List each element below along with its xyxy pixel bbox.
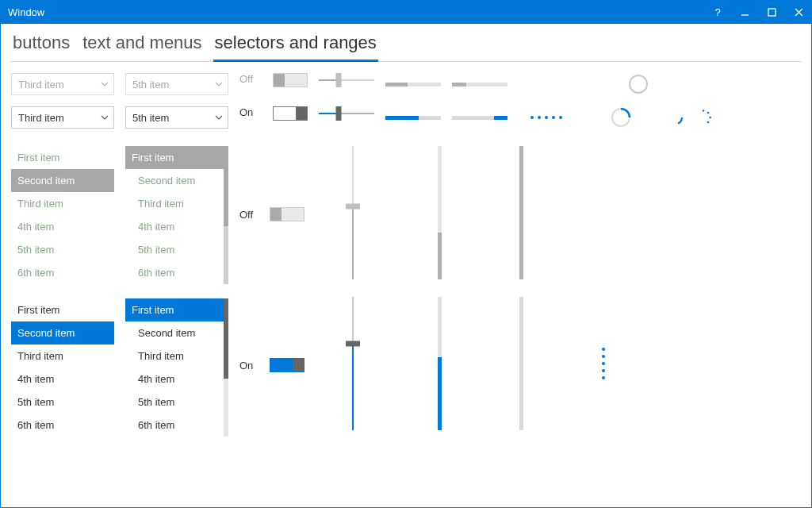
tab-buttons[interactable]: buttons	[11, 29, 71, 62]
ring-spinner-a	[611, 107, 631, 128]
list-item[interactable]: 6th item	[132, 414, 224, 437]
list-item[interactable]: First item	[125, 298, 224, 321]
listbox-a[interactable]: First item Second item Third item 4th it…	[11, 298, 114, 437]
list-item[interactable]: Second item	[132, 321, 224, 344]
vprogress-b	[519, 297, 523, 430]
combo-value: Third item	[18, 112, 64, 124]
toggle-off-disabled-b	[270, 207, 304, 221]
ring-spinner-disabled	[628, 74, 649, 94]
maximize-button[interactable]	[758, 0, 785, 24]
list-item[interactable]: 4th item	[11, 368, 114, 391]
combo-disabled-b: 5th item	[125, 73, 228, 95]
chevron-down-icon	[215, 82, 223, 87]
indeterminate-dots	[519, 115, 574, 120]
chevron-down-icon	[101, 115, 109, 120]
listbox-b[interactable]: First item Second item Third item 4th it…	[125, 298, 224, 437]
scrollbar	[224, 146, 228, 284]
window-buttons: ?	[704, 0, 812, 24]
toggle-label-off: Off	[239, 209, 262, 221]
combo-value: Third item	[18, 79, 64, 90]
toggle-disabled	[273, 73, 308, 87]
progress-b	[452, 116, 508, 120]
vprogress-a	[438, 297, 442, 430]
list-item: First item	[125, 146, 224, 169]
list-item: 6th item	[11, 261, 114, 284]
list-item: 5th item	[11, 238, 114, 261]
toggle-label-off-disabled: Off	[239, 73, 262, 85]
list-item: Second item	[132, 169, 224, 192]
close-button[interactable]	[785, 0, 812, 24]
ring-spinner-b	[668, 110, 684, 125]
list-item: 6th item	[132, 261, 224, 284]
svg-point-7	[707, 112, 710, 114]
list-item: Third item	[11, 192, 114, 215]
titlebar: Window ?	[0, 0, 812, 24]
list-item: 4th item	[11, 215, 114, 238]
list-item[interactable]: First item	[11, 298, 114, 321]
vslider-disabled	[346, 146, 360, 279]
combo-disabled-a: Third item	[11, 73, 114, 95]
svg-point-4	[630, 75, 647, 93]
progress-disabled-a	[385, 83, 441, 87]
vprogress-disabled-b	[519, 146, 523, 279]
scrollbar[interactable]	[224, 298, 228, 437]
toggle-on-grey[interactable]	[273, 106, 308, 121]
vslider-a[interactable]	[346, 297, 360, 430]
combo-value: 5th item	[132, 79, 169, 90]
list-item: Second item	[11, 169, 114, 192]
list-item: First item	[11, 146, 114, 169]
list-item[interactable]: Third item	[132, 344, 224, 368]
chevron-down-icon	[215, 115, 223, 120]
tab-text-menus[interactable]: text and menus	[81, 29, 203, 62]
list-item[interactable]: 5th item	[132, 391, 224, 414]
toggle-label-on: On	[239, 106, 262, 118]
indeterminate-dots-vertical	[601, 297, 606, 430]
progress-a	[385, 116, 441, 120]
list-item[interactable]: Third item	[11, 344, 114, 368]
minimize-button[interactable]	[731, 0, 758, 24]
toggle-on-blue[interactable]	[270, 358, 304, 372]
progress-disabled-b	[452, 83, 508, 87]
window-title: Window	[8, 6, 44, 18]
chevron-down-icon	[101, 82, 109, 87]
list-item[interactable]: 5th item	[11, 391, 114, 414]
list-item: 5th item	[132, 238, 224, 261]
toggle-label-on-b: On	[239, 360, 262, 371]
list-item[interactable]: 6th item	[11, 414, 114, 437]
combo-a[interactable]: Third item	[11, 106, 114, 129]
slider-a[interactable]	[319, 106, 374, 121]
listbox-disabled-b: First item Second item Third item 4th it…	[125, 146, 224, 284]
combo-b[interactable]: 5th item	[125, 106, 228, 129]
list-item: 4th item	[132, 215, 224, 238]
list-item[interactable]: Second item	[11, 321, 114, 344]
svg-point-8	[709, 117, 711, 119]
svg-point-6	[703, 110, 705, 112]
svg-rect-1	[768, 9, 776, 16]
list-item: Third item	[132, 192, 224, 215]
list-item[interactable]: 4th item	[132, 368, 224, 391]
vprogress-disabled-a	[438, 146, 442, 279]
tab-bar: buttons text and menus selectors and ran…	[11, 29, 801, 62]
svg-point-9	[707, 121, 710, 124]
help-button[interactable]: ?	[704, 0, 731, 24]
combo-value: 5th item	[132, 112, 169, 124]
ring-spinner-dots	[695, 109, 712, 126]
listbox-disabled-a: First item Second item Third item 4th it…	[11, 146, 114, 284]
slider-disabled	[319, 73, 374, 87]
tab-selectors-ranges[interactable]: selectors and ranges	[213, 29, 378, 62]
